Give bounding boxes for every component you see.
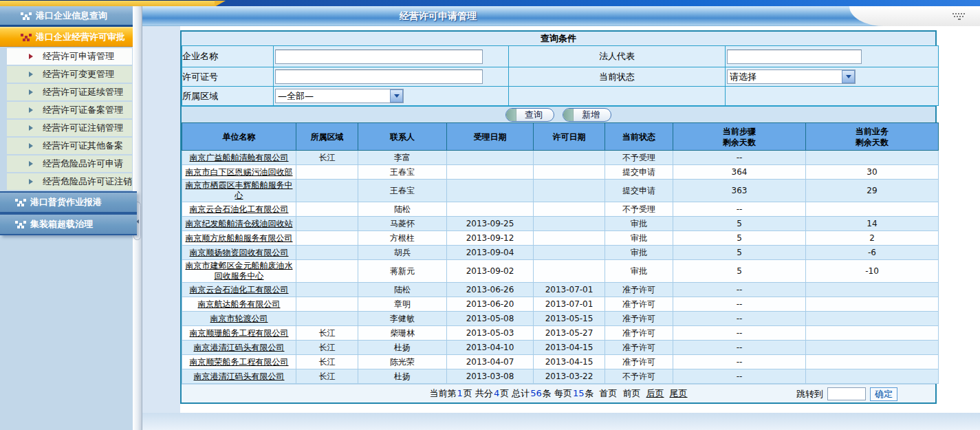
company-link[interactable]: 南京市轮渡公司 [210, 314, 268, 323]
results-header-row: 单位名称所属区域联系人受理日期许可日期当前状态当前步骤 剩余天数当前业务 剩余天… [182, 123, 939, 151]
company-link[interactable]: 南京云合石油化工有限公司 [190, 285, 289, 294]
cell: 长江 [296, 355, 358, 369]
cell: 2013-06-26 [447, 283, 534, 297]
query-form: 企业名称 法人代表 许可证号 当前状态 请选择 [182, 45, 939, 106]
cell [534, 165, 605, 180]
company-link[interactable]: 南京市建邺区金元船舶废油水回收服务中心 [186, 261, 293, 281]
region-select[interactable]: —全部— [275, 89, 404, 103]
company-cell: 南京市建邺区金元船舶废油水回收服务中心 [182, 260, 296, 283]
sidebar-item[interactable]: 经营危险品许可证注销 [7, 173, 132, 190]
search-button[interactable]: 查询 [505, 108, 554, 122]
company-link[interactable]: 南京港清江码头有限公司 [194, 343, 285, 352]
page-title-bar: 经营许可申请管理 [142, 6, 980, 26]
cell: 2013-06-20 [447, 297, 534, 312]
cell: 准予许可 [605, 312, 673, 326]
arrow-right-icon [29, 54, 33, 59]
sidebar-section-port-enterprise-info[interactable]: 港口企业信息查询 [0, 6, 133, 27]
company-link[interactable]: 南京云合石油化工有限公司 [190, 204, 289, 214]
company-cell: 南京云合石油化工有限公司 [182, 202, 296, 217]
page-summary-text: 条 [585, 388, 594, 398]
license-no-input[interactable] [275, 69, 483, 84]
column-header: 许可日期 [534, 123, 605, 151]
company-cell: 南京港清江码头有限公司 [182, 369, 296, 384]
company-link[interactable]: 南京顺荣船务工程有限公司 [190, 357, 289, 367]
region-label: 所属区域 [182, 87, 274, 106]
company-link[interactable]: 南京港清江码头有限公司 [194, 372, 285, 381]
gold-stripe [0, 0, 215, 6]
legal-rep-input[interactable] [727, 50, 862, 64]
sidebar-item[interactable]: 经营许可证注销管理 [7, 120, 132, 136]
company-link[interactable]: 南京航达船务有限公司 [198, 299, 281, 309]
sidebar-section-license-approval[interactable]: 港口企业经营许可审批 [0, 27, 133, 47]
column-header: 受理日期 [447, 123, 534, 151]
sidebar-section[interactable]: 港口普货作业报港 [0, 191, 137, 213]
cell: 准予许可 [605, 326, 673, 341]
page-summary-text: 共分 [472, 388, 493, 398]
sidebar-section-label: 港口企业信息查询 [36, 10, 107, 22]
cell [806, 312, 939, 326]
column-header: 联系人 [358, 123, 447, 151]
status-label: 当前状态 [509, 67, 726, 87]
company-name-input[interactable] [275, 50, 483, 64]
sidebar: 港口企业信息查询 港口企业经营许可审批 经营许可申请管理经营许可变更管理经营许可… [0, 6, 133, 430]
company-link[interactable]: 南京市栖霞区丰辉船舶服务中心 [186, 180, 293, 200]
cell: -- [673, 202, 806, 217]
sidebar-filler [0, 235, 133, 430]
page-prev-link[interactable]: 前页 [623, 388, 641, 398]
dots-burst-icon [19, 201, 22, 204]
company-link[interactable]: 南京市白下区恩赐污油回收部 [186, 167, 293, 177]
cell [447, 165, 534, 180]
company-cell: 南京广益船舶清舱有限公司 [182, 151, 296, 165]
page-last-link[interactable]: 尾页 [670, 388, 688, 398]
cell: 2013-09-12 [447, 231, 534, 246]
company-link[interactable]: 南京纪发船舶清仓残油回收站 [186, 219, 293, 228]
sidebar-item[interactable]: 经营许可证其他备案 [7, 138, 132, 154]
cell: 准予许可 [605, 283, 673, 297]
cell: 30 [806, 165, 939, 180]
empty-cell [726, 87, 939, 106]
table-row: 南京市建邺区金元船舶废油水回收服务中心蒋新元2013-09-02审批5-10 [182, 260, 939, 283]
company-cell: 南京市栖霞区丰辉船舶服务中心 [182, 180, 296, 202]
page-next-link[interactable]: 后页 [646, 388, 664, 398]
company-cell: 南京纪发船舶清仓残油回收站 [182, 217, 296, 231]
cell: 363 [673, 180, 806, 202]
page-summary-text: 条 [543, 388, 552, 398]
table-row: 南京顺荣船务工程有限公司长江陈光荣2013-04-072013-04-15准予许… [182, 355, 939, 369]
sidebar-item[interactable]: 经营许可证备案管理 [7, 102, 132, 118]
company-cell: 南京顺方欣船舶服务有限公司 [182, 231, 296, 246]
cell: -- [673, 341, 806, 355]
sidebar-section[interactable]: 集装箱超载治理 [0, 213, 137, 235]
column-header: 当前业务 剩余天数 [806, 123, 939, 151]
sidebar-item-label: 经营许可证延续管理 [43, 86, 123, 98]
confirm-button[interactable]: 确定 [870, 387, 897, 401]
cell [534, 217, 605, 231]
company-link[interactable]: 南京顺扬物资回收有限公司 [190, 248, 289, 257]
cell: 准予许可 [605, 355, 673, 369]
jump-page-input[interactable] [827, 387, 866, 400]
add-button[interactable]: 新增 [563, 108, 611, 122]
cell: 李富 [358, 151, 447, 165]
page-summary: 当前第1页 共分4页 总计56条 每页15条 [429, 387, 594, 400]
cell: -10 [806, 260, 939, 283]
dots-burst-icon [19, 223, 22, 226]
sidebar-item[interactable]: 经营危险品许可申请 [7, 155, 132, 172]
cell: 蒋新元 [358, 260, 447, 283]
cell: 长江 [296, 151, 358, 165]
table-row: 南京顺扬物资回收有限公司胡兵2013-09-04审批5-6 [182, 246, 939, 260]
sidebar-item[interactable]: 经营许可申请管理 [7, 48, 132, 65]
cell: 长江 [296, 341, 358, 355]
sidebar-item-label: 经营许可证备案管理 [43, 104, 123, 116]
company-link[interactable]: 南京顺珊船务工程有限公司 [190, 328, 289, 338]
company-link[interactable]: 南京广益船舶清舱有限公司 [190, 153, 289, 162]
sidebar-item[interactable]: 经营许可变更管理 [7, 66, 132, 83]
company-link[interactable]: 南京顺方欣船舶服务有限公司 [186, 233, 293, 243]
page-summary-text: 每页 [552, 388, 572, 398]
page-first-link[interactable]: 首页 [600, 388, 618, 398]
cell: 柴珊林 [358, 326, 447, 341]
cell: 2013-07-01 [534, 283, 605, 297]
sidebar-item[interactable]: 经营许可证延续管理 [7, 84, 132, 100]
status-select[interactable]: 请选择 [727, 69, 856, 84]
cell: 2013-04-15 [534, 355, 605, 369]
grip-dots-icon [963, 13, 965, 14]
cell [447, 151, 534, 165]
